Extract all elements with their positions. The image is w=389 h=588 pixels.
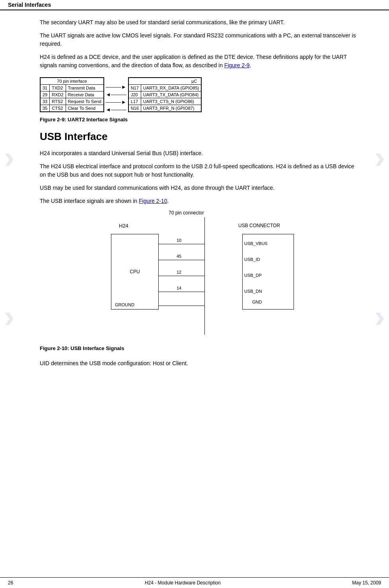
uart-row-1: 31 TXD2 Transmit Data: [41, 85, 104, 92]
para-1: The secondary UART may also be used for …: [40, 18, 357, 27]
usb-diagram-outer: 70 pin connector H24 USB CONNECTOR CPU U…: [40, 210, 357, 341]
uart-row-3: 33 RTS2 Request To Send: [41, 98, 104, 105]
arrow-right-1: ———►: [106, 84, 126, 90]
footer-date: May 15, 2009: [352, 580, 381, 586]
uart-header: 70 pin interface: [41, 78, 104, 85]
usb-id-label: USB_ID: [244, 257, 260, 262]
uart-desc-request: Request To Send: [66, 98, 103, 105]
uart-pin-31: 31: [41, 85, 50, 92]
bottom-bar: 26 H24 - Module Hardware Description May…: [0, 577, 389, 588]
figure-2-9-link[interactable]: Figure 2-9: [224, 62, 250, 68]
uart2-diagram-container: 70 pin interface 31 TXD2 Transmit Data 2…: [40, 77, 357, 113]
line-pin-45: [159, 260, 204, 260]
uc-pin-l17: L17: [128, 98, 141, 105]
uc-pin-j20: J20: [128, 92, 141, 98]
pin-45-number: 45: [177, 254, 181, 259]
uart-name-rxd2: RXD2: [50, 92, 66, 98]
ground-label: GROUND: [115, 302, 134, 307]
pin-12-number: 12: [177, 270, 181, 275]
arrow-left-4: ◄———: [106, 107, 126, 113]
figure-2-10-caption: Figure 2-10: USB Interface Signals: [40, 345, 357, 351]
pin-14-number: 14: [177, 286, 181, 290]
uc-pin-n17: N17: [128, 85, 141, 92]
uc-row-2: J20 UART3_TX_DATA (GPIO84): [128, 92, 201, 98]
cpu-box: CPU: [111, 234, 159, 310]
uart-row-2: 29 RXD2 Receive Data: [41, 92, 104, 98]
vertical-connector-line: [204, 217, 205, 335]
uc-pin-n16: N16: [128, 105, 141, 112]
usb-dn-label: USB_DN: [244, 289, 262, 294]
uart-left-box: 70 pin interface 31 TXD2 Transmit Data 2…: [40, 77, 104, 112]
uart-right-box: μC N17 UART3_RX_DATA (GPIO85) J20 UART3_…: [128, 77, 202, 112]
footer-document-title: H24 - Module Hardware Description: [145, 580, 221, 586]
usb-para-1: H24 incorporates a standard Universal Se…: [40, 149, 357, 158]
uart-pin-35: 35: [41, 105, 50, 112]
figure-2-10-link[interactable]: Figure 2-10: [139, 198, 167, 204]
main-content: The secondary UART may also be used for …: [0, 10, 389, 396]
para-3: H24 is defined as a DCE device, and the …: [40, 53, 357, 70]
uart-desc-clear: Clear To Send: [66, 105, 103, 112]
usb-dp-label: USB_DP: [244, 273, 262, 278]
uart-name-cts2: CTS2: [50, 105, 66, 112]
uc-row-4: N16 UART3_RFR_N (GPIO87): [128, 105, 201, 112]
uart-name-rts2: RTS2: [50, 98, 66, 105]
usb-para-4: The USB interface signals are shown in F…: [40, 197, 357, 205]
uart-left-table: 70 pin interface 31 TXD2 Transmit Data 2…: [40, 78, 104, 112]
arrow-right-3: ———►: [106, 99, 126, 105]
usb-vbus-label: USB_VBUS: [244, 241, 268, 246]
cpu-label: CPU: [130, 269, 140, 275]
uc-signal-rxdata: UART3_RX_DATA (GPIO85): [141, 85, 201, 92]
uart-right-table: μC N17 UART3_RX_DATA (GPIO85) J20 UART3_…: [128, 78, 202, 112]
para-2: The UART signals are active low CMOS lev…: [40, 31, 357, 48]
line-gnd: [159, 306, 204, 306]
gnd-label: GND: [252, 300, 262, 304]
line-pin-14: [159, 292, 204, 292]
uart-pin-33: 33: [41, 98, 50, 105]
uart-desc-transmit: Transmit Data: [66, 85, 103, 92]
connector-label: 70 pin connector: [169, 210, 204, 216]
usb-section-heading: USB Interface: [40, 130, 357, 143]
uc-signal-rfr: UART3_RFR_N (GPIO87): [141, 105, 201, 112]
uid-paragraph: UID determines the USB mode configuratio…: [40, 359, 357, 368]
pin-10-number: 10: [177, 238, 181, 243]
page-title: Serial Interfaces: [8, 2, 51, 8]
figure-2-9-caption: Figure 2-9: UART2 Interface Signals: [40, 117, 357, 123]
h24-label: H24: [119, 223, 128, 229]
uc-signal-cts: UART3_CTS_N (GPIO86): [141, 98, 201, 105]
usb-diagram: 70 pin connector H24 USB CONNECTOR CPU U…: [87, 210, 310, 341]
usb-connector-label: USB CONNECTOR: [238, 223, 280, 228]
uc-row-3: L17 UART3_CTS_N (GPIO86): [128, 98, 201, 105]
usb-para-3: USB may be used for standard communicati…: [40, 184, 357, 192]
usb-para-2: The H24 USB electrical interface and pro…: [40, 162, 357, 179]
uc-signal-txdata: UART3_TX_DATA (GPIO84): [141, 92, 201, 98]
footer-page-number: 26: [8, 580, 13, 586]
arrow-left-2: ◄———: [106, 92, 126, 97]
line-pin-10: [159, 244, 204, 244]
uart-row-4: 35 CTS2 Clear To Send: [41, 105, 104, 112]
line-pin-12: [159, 276, 204, 276]
uart-arrows: ———► ◄——— ———► ◄———: [106, 77, 126, 113]
uc-header: μC: [128, 78, 201, 85]
uart-desc-receive: Receive Data: [66, 92, 103, 98]
uart-pin-29: 29: [41, 92, 50, 98]
uc-row-1: N17 UART3_RX_DATA (GPIO85): [128, 85, 201, 92]
top-bar: Serial Interfaces: [0, 0, 389, 10]
uart-name-txd2: TXD2: [50, 85, 66, 92]
